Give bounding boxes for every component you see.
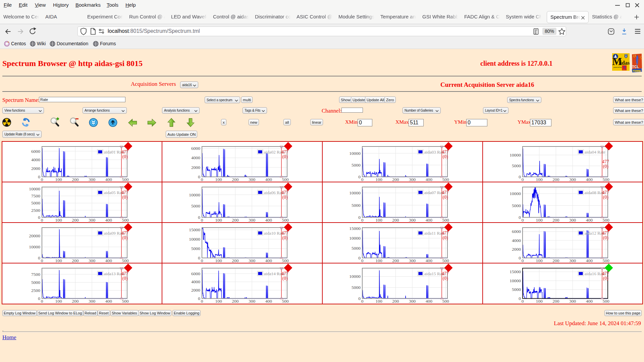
svg-text:100: 100 [536,299,543,304]
svg-text:400: 400 [586,258,593,262]
svg-text:400: 400 [426,258,433,262]
svg-text:400: 400 [265,258,272,262]
svg-text:300: 300 [249,177,256,181]
svg-text:10000: 10000 [349,274,361,279]
svg-text:5000: 5000 [352,246,361,251]
svg-text:100: 100 [536,218,543,222]
svg-text:0: 0 [358,215,361,220]
svg-text:500: 500 [602,218,609,222]
svg-text:(0): (0) [122,276,128,281]
svg-text:10000: 10000 [29,186,40,191]
svg-text:300: 300 [249,218,256,222]
svg-text:400: 400 [586,299,593,304]
svg-text:100: 100 [536,177,543,181]
svg-text:200: 200 [392,177,399,181]
svg-text:200: 200 [232,299,239,304]
svg-text:0: 0 [201,218,203,222]
svg-text:200: 200 [392,258,399,262]
svg-text:500: 500 [442,258,449,262]
svg-text:0: 0 [522,258,524,262]
svg-text:5000: 5000 [512,287,521,292]
svg-text:(0): (0) [443,276,448,281]
svg-text:100: 100 [215,258,222,262]
svg-text:400: 400 [426,299,433,304]
svg-text:10000: 10000 [349,190,361,195]
svg-text:300: 300 [409,177,416,181]
svg-text:300: 300 [569,177,576,181]
svg-text:500: 500 [282,299,289,304]
svg-text:400: 400 [426,218,433,222]
svg-text:0: 0 [522,177,524,181]
svg-text:(0): (0) [282,195,288,200]
svg-text:0: 0 [198,174,200,179]
svg-text:100: 100 [536,258,543,262]
svg-text:20000: 20000 [29,233,40,238]
svg-text:10000: 10000 [509,278,521,283]
svg-text:(0): (0) [122,154,128,160]
svg-text:TCL: TCL [632,65,639,69]
svg-text:(0): (0) [603,164,609,169]
svg-text:0: 0 [41,177,43,181]
svg-text:6000: 6000 [31,149,40,154]
svg-text:500: 500 [282,218,289,222]
svg-text:500: 500 [442,218,449,222]
svg-text:0: 0 [361,258,364,262]
svg-text:0: 0 [198,255,200,260]
svg-text:300: 300 [569,299,576,304]
svg-text:5000: 5000 [31,280,40,285]
svg-text:500: 500 [122,177,129,181]
svg-text:200: 200 [72,258,79,262]
svg-text:0: 0 [358,174,361,179]
svg-text:0: 0 [358,255,361,260]
svg-text:0: 0 [41,258,43,262]
svg-text:aida04 Rate: aida04 Rate [585,149,605,155]
svg-text:0: 0 [38,215,40,220]
svg-text:powered by: powered by [613,66,622,68]
svg-text:200: 200 [392,218,399,222]
svg-text:2000: 2000 [191,288,200,293]
svg-text:500: 500 [602,258,609,262]
svg-text:300: 300 [89,177,96,181]
svg-text:200: 200 [232,177,239,181]
svg-text:0: 0 [41,218,43,222]
svg-text:(0): (0) [603,195,609,200]
svg-text:100: 100 [55,299,62,304]
svg-text:7500: 7500 [31,272,40,277]
svg-text:6000: 6000 [191,146,200,151]
svg-text:(0): (0) [603,276,609,281]
svg-text:10000: 10000 [29,244,40,249]
svg-text:(0): (0) [282,235,288,241]
svg-text:10000: 10000 [349,236,361,241]
svg-text:500: 500 [282,177,289,181]
svg-text:0: 0 [198,296,200,301]
svg-text:6000: 6000 [512,229,521,234]
svg-text:15000: 15000 [189,227,200,232]
svg-text:2000: 2000 [191,165,200,170]
svg-text:500: 500 [442,299,449,304]
svg-text:300: 300 [409,299,416,304]
svg-text:100: 100 [376,177,383,181]
svg-text:200: 200 [552,299,559,304]
svg-text:0: 0 [361,177,364,181]
svg-text:4000: 4000 [512,238,521,243]
svg-text:0: 0 [38,296,40,301]
svg-text:10000: 10000 [509,191,521,196]
svg-text:200: 200 [72,177,79,181]
svg-text:5000: 5000 [31,200,40,205]
svg-text:100: 100 [376,218,383,222]
svg-text:5000: 5000 [191,203,200,208]
svg-text:(0): (0) [443,154,448,160]
svg-text:200: 200 [72,299,79,304]
svg-text:500: 500 [602,299,609,304]
svg-text:(0): (0) [603,235,609,241]
svg-text:0: 0 [198,215,200,220]
svg-text:500: 500 [282,258,289,262]
svg-text:4000: 4000 [191,155,200,160]
svg-text:500: 500 [122,258,129,262]
svg-text:0: 0 [361,299,364,304]
svg-text:300: 300 [249,299,256,304]
svg-text:T C L: T C L [623,69,626,70]
svg-text:(0): (0) [282,154,288,160]
svg-text:2000: 2000 [512,247,521,252]
svg-text:0: 0 [38,255,40,260]
